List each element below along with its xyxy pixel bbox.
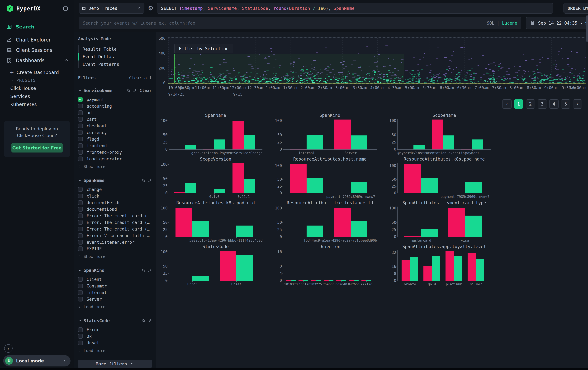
filter-option-unset[interactable]: Unset (78, 340, 152, 346)
clear-all-button[interactable]: Clear all (129, 75, 152, 80)
orderby-input[interactable]: ORDER BY Timestamp DESC (564, 3, 588, 13)
mini-chart-statuscode[interactable]: StatusCode02550100ErrorUnset (159, 244, 262, 288)
checkbox[interactable] (78, 334, 83, 339)
checkbox[interactable] (78, 187, 83, 192)
time-range-picker[interactable]: Sep 14 22:04:35 - Sep 15 10:04:35 (526, 17, 588, 29)
filter-option-currency[interactable]: currency (78, 129, 152, 136)
preset-services[interactable]: Services (0, 92, 74, 100)
checkbox[interactable] (78, 104, 83, 109)
filter-option-click[interactable]: click (78, 193, 152, 199)
sidebar-item-client-sessions[interactable]: Client Sessions (0, 45, 74, 55)
filter-group-header-statuscode[interactable]: StatusCode (78, 318, 152, 323)
checkbox[interactable] (78, 207, 83, 211)
create-dashboard-button[interactable]: + Create Dashboard (0, 68, 74, 77)
filter-option-frontend[interactable]: frontend (78, 142, 152, 149)
filter-option-error-visa-cache-full[interactable]: Error: Visa cache full: … (78, 232, 152, 239)
collapse-sidebar-icon[interactable] (63, 6, 68, 11)
search-icon[interactable] (142, 319, 146, 323)
preset-clickhouse[interactable]: ClickHouse (0, 84, 74, 92)
checkbox[interactable] (78, 327, 83, 332)
help-button[interactable]: ? (4, 344, 12, 353)
checkbox[interactable] (78, 290, 83, 295)
checkbox[interactable] (78, 143, 83, 148)
get-started-button[interactable]: Get Started for Free (11, 143, 63, 152)
search-icon[interactable] (126, 89, 131, 93)
search-icon[interactable] (142, 178, 146, 183)
pin-icon[interactable] (148, 268, 152, 272)
checkbox[interactable] (78, 340, 83, 345)
checkbox[interactable] (78, 277, 83, 282)
filter-option-internal[interactable]: Internal (78, 289, 152, 296)
search-icon[interactable] (142, 268, 146, 272)
filter-option-eventlistener-error[interactable]: eventListener.error (78, 239, 152, 245)
scrollbar-thumb[interactable] (586, 15, 588, 42)
filter-option-cart[interactable]: cart (78, 116, 152, 123)
mini-chart-duration[interactable]: Duration04816101937514051285832757590858… (274, 244, 377, 288)
filter-option-client[interactable]: Client (78, 276, 152, 283)
show-more-spanname[interactable]: Show more (78, 253, 152, 260)
page-button-1[interactable]: 1 (514, 100, 523, 109)
filter-option-payment[interactable]: payment (78, 96, 152, 103)
checkbox[interactable] (78, 246, 83, 251)
select-query-input[interactable]: SELECT Timestamp, ServiceName, StatusCod… (157, 3, 553, 13)
filter-option-flagd[interactable]: flagd (78, 136, 152, 142)
analysis-mode-event-deltas[interactable]: Event Deltas (78, 53, 152, 60)
page-button-5[interactable]: 5 (561, 100, 570, 109)
checkbox[interactable] (78, 213, 83, 218)
filter-by-selection-button[interactable]: Filter by Selection (175, 44, 233, 53)
checkbox[interactable] (78, 130, 83, 135)
pin-icon[interactable] (148, 178, 152, 183)
mini-chart-resourceattributes-host-name[interactable]: ResourceAttributes.host.name02550100paym… (274, 156, 377, 200)
filter-option-error-the-credit-card[interactable]: Error: The credit card (… (78, 219, 152, 226)
page-prev-button[interactable]: ‹ (502, 100, 512, 109)
page-button-2[interactable]: 2 (526, 100, 535, 109)
load-more-spankind[interactable]: Load more (78, 303, 152, 310)
checkbox[interactable] (78, 137, 83, 141)
show-more-servicename[interactable]: Show more (78, 163, 152, 170)
filter-option-checkout[interactable]: checkout (78, 123, 152, 129)
checkbox[interactable] (78, 157, 83, 161)
sql-mode-toggle[interactable]: SQL (487, 21, 494, 26)
mini-chart-scopename[interactable]: ScopeName02550100@hyperdx/instrumentatio… (388, 113, 491, 156)
filter-option-accounting[interactable]: accounting (78, 103, 152, 110)
checkbox[interactable] (78, 220, 83, 225)
filter-option-error-the-credit-card[interactable]: Error: The credit card (… (78, 212, 152, 219)
checkbox[interactable] (78, 124, 83, 128)
page-button-4[interactable]: 4 (549, 100, 558, 109)
mini-chart-resourceattributes-k8s-pod-uid[interactable]: ResourceAttributes.k8s.pod.uid025501005e… (159, 200, 262, 244)
checkbox[interactable] (78, 284, 83, 288)
filter-group-header-spanname[interactable]: SpanName (78, 178, 152, 183)
chevron-up-icon[interactable] (63, 58, 69, 63)
source-select[interactable]: Demo Traces (79, 3, 144, 13)
local-mode-menu[interactable]: U Local mode (3, 355, 71, 366)
checkbox[interactable] (78, 150, 83, 155)
more-filters-button[interactable]: More filters (78, 360, 152, 368)
page-next-button[interactable]: › (573, 100, 582, 109)
lucene-mode-toggle[interactable]: Lucene (502, 21, 517, 26)
page-button-3[interactable]: 3 (538, 100, 547, 109)
filter-group-header-spankind[interactable]: SpanKind (78, 268, 152, 273)
analysis-mode-event-patterns[interactable]: Event Patterns (78, 60, 152, 68)
filter-option-server[interactable]: Server (78, 296, 152, 302)
presets-toggle[interactable]: PRESETS (0, 77, 74, 84)
checkbox[interactable] (78, 110, 83, 115)
filter-option-consumer[interactable]: Consumer (78, 283, 152, 289)
heatmap-plot[interactable]: Filter by Selection (168, 38, 586, 84)
analysis-mode-results-table[interactable]: Results Table (78, 45, 152, 53)
preset-kubernetes[interactable]: Kubernetes (0, 100, 74, 109)
filter-option-error[interactable]: Error (78, 326, 152, 333)
mini-chart-resourceattribu-ice-instance-id[interactable]: ResourceAttribu...ice.instance.id0255010… (274, 200, 377, 244)
filter-option-ad[interactable]: ad (78, 110, 152, 116)
mini-chart-scopeversion[interactable]: ScopeVersion025501000.1.00.51.1 (159, 156, 262, 200)
load-more-statuscode[interactable]: Load more (78, 347, 152, 354)
source-settings-gear-icon[interactable]: ⚙ (147, 4, 154, 12)
clear-group-button[interactable]: Clear (140, 88, 152, 93)
checkbox[interactable] (78, 240, 83, 245)
search-input[interactable] (83, 20, 483, 26)
mini-chart-spanname[interactable]: SpanName02550100grpc.oteldemo.PaymentSer… (159, 113, 262, 156)
filter-option-change[interactable]: change (78, 186, 152, 193)
sidebar-item-chart-explorer[interactable]: Chart Explorer (0, 35, 74, 45)
filter-option-expire[interactable]: EXPIRE (78, 245, 152, 252)
filter-group-header-servicename[interactable]: ServiceNameClear (78, 88, 152, 93)
mini-chart-spankind[interactable]: SpanKind02550100InternalServer (274, 113, 377, 156)
